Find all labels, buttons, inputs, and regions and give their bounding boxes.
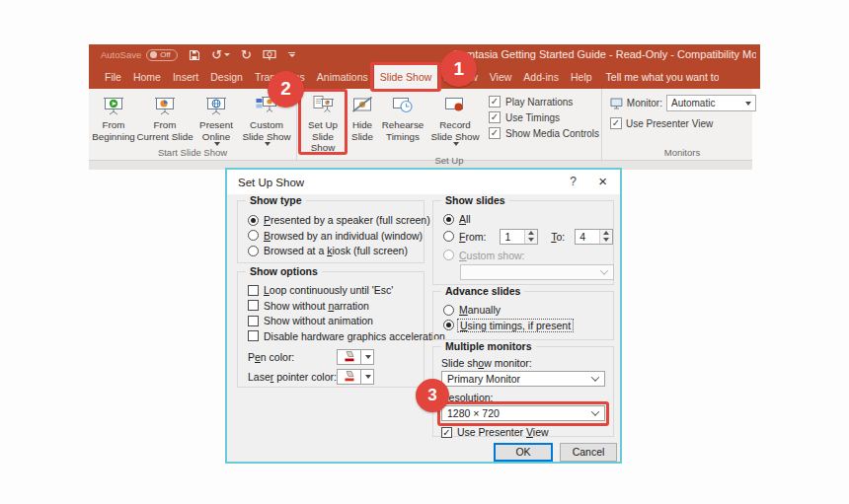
show-without-animation-checkbox[interactable]: Show without animation (248, 315, 424, 326)
dropdown-chevron-icon (591, 407, 599, 415)
set-up-slide-show-button[interactable]: Set Up Slide Show 2 (299, 90, 347, 154)
document-title: Camtasia Getting Started Guide - Read-On… (452, 48, 756, 60)
group-show-type: Show type Presented by a speaker (full s… (237, 200, 424, 263)
redo-icon[interactable]: ↻ (241, 48, 252, 61)
resolution-field-wrap: 1280 × 720 3 (441, 405, 605, 421)
radio-all-slides[interactable]: All (443, 213, 613, 225)
radio-using-timings[interactable]: Using timings, if present (443, 320, 613, 331)
pen-color-label: Pen color: (248, 351, 337, 363)
custom-show-dropdown (460, 264, 614, 280)
cancel-button[interactable]: Cancel (560, 443, 617, 462)
laser-color-icon (337, 369, 361, 385)
tab-design[interactable]: Design (204, 65, 249, 89)
radio-presented-by-speaker[interactable]: Presented by a speaker (full screen) (248, 214, 424, 226)
save-icon[interactable] (189, 49, 200, 61)
tab-insert[interactable]: Insert (167, 65, 204, 89)
radio-disabled-icon (443, 250, 454, 260)
monitor-dropdown[interactable]: Automatic (666, 95, 756, 111)
dropdown-caret-icon (265, 142, 270, 146)
autosave-state: Off (160, 50, 171, 59)
radio-from-slides[interactable]: From: (443, 231, 486, 243)
loop-continuously-checkbox[interactable]: Loop continuously until 'Esc' (248, 284, 424, 296)
radio-custom-show: Custom show: (443, 250, 613, 261)
radio-browsed-by-individual[interactable]: Browsed by an individual (window) (248, 230, 424, 242)
group-show-options: Show options Loop continuously until 'Es… (237, 271, 424, 388)
group-advance-slides: Advance slides Manually Using timings, i… (432, 291, 614, 340)
slide-show-monitor-label: Slide show monitor: (441, 357, 605, 369)
record-slide-show-icon (442, 92, 468, 119)
start-slideshow-qat-icon[interactable] (263, 49, 276, 61)
radio-manually[interactable]: Manually (443, 304, 613, 316)
checkbox-checked-icon: ✓ (489, 127, 501, 139)
radio-selected-icon (248, 215, 259, 226)
tab-slide-show[interactable]: Slide Show 1 (374, 65, 438, 89)
toggle-dot-icon (150, 51, 157, 58)
monitor-label: Monitor: (627, 98, 662, 108)
group-start-slide-show: From Beginning From Current Slide Presen… (89, 89, 297, 160)
radio-browsed-at-kiosk[interactable]: Browsed at a kiosk (full screen) (248, 245, 424, 256)
autosave-toggle[interactable]: AutoSave Off (101, 49, 178, 61)
checkbox-checked-icon: ✓ (610, 117, 622, 129)
show-without-narration-checkbox[interactable]: Show without narration (248, 300, 424, 312)
use-timings-checkbox[interactable]: ✓ Use Timings (489, 111, 597, 123)
show-media-controls-checkbox[interactable]: ✓ Show Media Controls (489, 127, 597, 139)
undo-dropdown-icon[interactable] (224, 53, 230, 56)
tab-transitions[interactable]: Transitions (249, 65, 311, 89)
tab-review[interactable]: Review (437, 65, 483, 89)
hide-slide-button[interactable]: Hide Slide (347, 90, 378, 154)
tab-view[interactable]: View (484, 65, 518, 89)
radio-selected-icon (443, 320, 454, 330)
from-beginning-icon (101, 92, 126, 119)
undo-icon[interactable]: ↺ (211, 48, 230, 61)
custom-slide-show-button[interactable]: Custom Slide Show (239, 90, 294, 146)
autosave-label: AutoSave (101, 49, 141, 60)
monitor-icon (610, 98, 623, 109)
resolution-dropdown[interactable]: 1280 × 720 (441, 405, 605, 421)
dialog-body: Show type Presented by a speaker (full s… (227, 194, 620, 462)
spin-up-icon[interactable] (525, 230, 537, 237)
close-icon[interactable]: × (598, 173, 607, 189)
from-beginning-button[interactable]: From Beginning (91, 90, 136, 146)
from-current-slide-button[interactable]: From Current Slide (136, 90, 193, 146)
ok-button[interactable]: OK (494, 443, 553, 462)
customize-qat-icon[interactable] (287, 52, 295, 57)
present-online-button[interactable]: Present Online (193, 90, 239, 146)
pen-color-icon (337, 349, 361, 365)
group-show-slides: Show slides All From: 1 To: (432, 200, 614, 285)
autosave-pill[interactable]: Off (146, 49, 178, 61)
radio-icon (443, 231, 454, 242)
resolution-label: Resolution: (441, 392, 605, 403)
group-label-set-up: Set Up (297, 154, 601, 167)
tab-animations[interactable]: Animations (311, 65, 374, 89)
slide-show-monitor-dropdown[interactable]: Primary Monitor (441, 371, 605, 387)
use-presenter-view-checkbox-dialog[interactable]: ✓ Use Presenter View (441, 426, 605, 438)
spin-down-icon[interactable] (600, 237, 612, 244)
from-current-slide-icon (152, 92, 178, 119)
dropdown-caret-icon (365, 355, 371, 359)
laser-pointer-color-dropdown[interactable] (337, 369, 374, 385)
help-icon[interactable]: ? (570, 175, 577, 188)
tab-home[interactable]: Home (127, 65, 167, 89)
pen-color-dropdown[interactable] (337, 349, 374, 365)
checkbox-checked-icon: ✓ (441, 427, 452, 438)
to-slide-spinner[interactable]: 4 (575, 229, 613, 245)
spin-up-icon[interactable] (600, 230, 612, 237)
use-presenter-view-checkbox-ribbon[interactable]: ✓ Use Presenter View (610, 117, 756, 129)
dropdown-caret-icon (745, 102, 751, 106)
group-label-start-slide-show: Start Slide Show (89, 146, 296, 160)
ribbon-tab-bar: File Home Insert Design Transitions Anim… (89, 65, 760, 89)
play-narrations-checkbox[interactable]: ✓ Play Narrations (489, 96, 597, 108)
dropdown-caret-icon (453, 142, 459, 146)
powerpoint-window: AutoSave Off ↺ ↻ Camtasia Getting Starte… (89, 44, 760, 170)
spin-down-icon[interactable] (525, 237, 537, 244)
from-slide-spinner[interactable]: 1 (500, 229, 538, 245)
tab-add-ins[interactable]: Add-ins (517, 65, 565, 89)
group-label-monitors: Monitors (602, 146, 762, 160)
record-slide-show-button[interactable]: Record Slide Show (427, 90, 483, 154)
dropdown-chevron-icon (591, 373, 599, 381)
tab-file[interactable]: File (99, 65, 127, 89)
tab-help[interactable]: Help (565, 65, 598, 89)
disable-hardware-acceleration-checkbox[interactable]: Disable hardware graphics acceleration (248, 330, 424, 342)
rehearse-timings-button[interactable]: Rehearse Timings (378, 90, 427, 154)
tell-me-search[interactable]: Tell me what you want to (602, 65, 719, 89)
